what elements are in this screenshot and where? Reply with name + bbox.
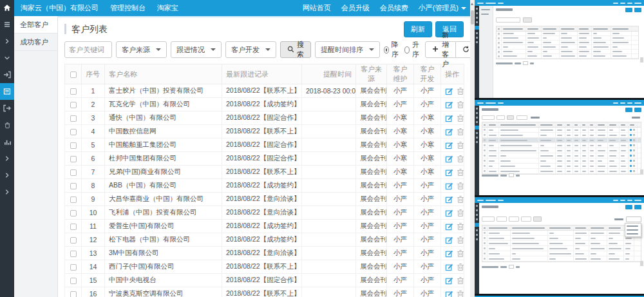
row-checkbox[interactable] <box>70 88 77 95</box>
edit-icon[interactable] <box>445 195 453 204</box>
row-checkbox[interactable] <box>70 142 77 149</box>
sidebar-chevron-right-icon-2[interactable] <box>0 150 14 167</box>
text-bar <box>593 55 605 57</box>
sort-desc-radio[interactable]: 降序 <box>384 40 401 59</box>
row-checkbox[interactable] <box>70 169 77 176</box>
sidebar-sign-out-icon[interactable] <box>0 100 14 117</box>
scrollbar-thumb[interactable] <box>471 10 474 24</box>
col-header-remind[interactable]: 提醒时间 <box>302 64 356 84</box>
sidebar-chart-icon[interactable] <box>0 133 14 150</box>
delete-icon[interactable] <box>457 168 464 177</box>
back-button[interactable]: 返回 <box>435 21 464 37</box>
app-window-preview-1[interactable] <box>475 0 644 98</box>
delete-icon[interactable] <box>457 209 464 217</box>
row-checkbox[interactable] <box>70 102 77 108</box>
edit-icon[interactable] <box>445 101 453 109</box>
sidebar-chevron-down-icon[interactable] <box>0 50 14 66</box>
edit-icon[interactable] <box>445 236 453 244</box>
delete-icon[interactable] <box>457 114 464 122</box>
develop-select[interactable]: 客户开发 <box>225 41 276 58</box>
refresh-button[interactable]: 刷新 <box>404 21 432 37</box>
keyword-input[interactable] <box>64 41 112 58</box>
row-checkbox[interactable] <box>70 224 77 230</box>
app-window-preview-2[interactable] <box>475 100 644 195</box>
text-bar <box>613 3 618 4</box>
sidebar-chevron-right-icon-4[interactable] <box>0 184 14 200</box>
row-index: 4 <box>82 125 105 139</box>
delete-icon[interactable] <box>457 249 464 258</box>
nav-item-site-home[interactable]: 网站首页 <box>303 3 331 13</box>
edit-icon[interactable] <box>445 182 453 190</box>
add-customer-button[interactable]: 新增客户 <box>425 41 456 58</box>
delete-icon[interactable] <box>457 276 464 285</box>
sidebar-menu-icon[interactable] <box>0 16 14 33</box>
home-button[interactable] <box>0 0 14 16</box>
col-header-name[interactable]: 客户名称 <box>105 64 222 84</box>
preview-icon-sidebar <box>475 203 479 294</box>
edit-icon[interactable] <box>445 168 453 177</box>
col-header-source[interactable]: 客户来源 <box>356 64 387 84</box>
vertical-scrollbar[interactable] <box>470 0 475 297</box>
row-checkbox[interactable] <box>70 237 77 244</box>
delete-icon[interactable] <box>457 263 464 271</box>
sidebar-trash-icon[interactable] <box>0 117 14 133</box>
user-menu[interactable]: 小严(管理员) <box>419 3 466 13</box>
delete-icon[interactable] <box>457 290 464 297</box>
row-checkbox[interactable] <box>70 156 77 162</box>
delete-icon[interactable] <box>457 236 464 244</box>
col-header-record[interactable]: 最新跟进记录 <box>222 64 302 84</box>
search-button[interactable]: 搜索 <box>280 41 311 58</box>
sidebar-customer-list-icon[interactable] <box>0 83 14 100</box>
row-checkbox[interactable] <box>70 129 77 135</box>
row-checkbox[interactable] <box>70 264 77 271</box>
edit-icon[interactable] <box>445 249 453 258</box>
text-bar <box>579 46 587 48</box>
row-checkbox[interactable] <box>70 291 77 297</box>
nav-item-member-renew[interactable]: 会员续费 <box>380 3 408 13</box>
text-bar <box>516 175 520 177</box>
source-select[interactable]: 客户来源 <box>116 41 167 58</box>
nav-item-console[interactable]: 管理控制台 <box>110 3 146 13</box>
scroll-up-arrow-icon[interactable] <box>471 3 473 5</box>
row-checkbox[interactable] <box>70 251 77 257</box>
edit-icon[interactable] <box>445 128 453 136</box>
sidebar-chevron-right-icon-3[interactable] <box>0 167 14 184</box>
row-checkbox[interactable] <box>70 183 77 189</box>
delete-icon[interactable] <box>457 128 464 136</box>
delete-icon[interactable] <box>457 141 464 149</box>
sidebar-item-success-customers[interactable]: 成功客户 <box>14 34 57 51</box>
edit-icon[interactable] <box>445 114 453 122</box>
sort-asc-radio[interactable]: 升序 <box>404 40 421 59</box>
edit-icon[interactable] <box>445 155 453 163</box>
nav-item-member-upgrade[interactable]: 会员升级 <box>341 3 370 13</box>
delete-icon[interactable] <box>457 182 464 190</box>
edit-icon[interactable] <box>445 276 453 285</box>
customer-row: 6杜邦中国集团有限公司2018/08/22【固定合作】展会会刊小寒小寒 <box>65 152 464 166</box>
col-header-keeper[interactable]: 客户维护 <box>387 64 414 84</box>
edit-icon[interactable] <box>445 141 453 149</box>
delete-icon[interactable] <box>457 101 464 109</box>
app-window-preview-3[interactable] <box>475 197 644 294</box>
sidebar-sign-in-icon[interactable] <box>0 66 14 83</box>
edit-icon[interactable] <box>445 263 453 271</box>
row-checkbox[interactable] <box>70 115 77 122</box>
delete-icon[interactable] <box>457 87 464 95</box>
sort-select[interactable]: 提醒时间排序 <box>315 41 380 58</box>
edit-icon[interactable] <box>445 290 453 297</box>
row-checkbox[interactable] <box>70 196 77 203</box>
edit-icon[interactable] <box>445 222 453 231</box>
row-checkbox[interactable] <box>70 210 77 216</box>
edit-icon[interactable] <box>445 209 453 217</box>
delete-icon[interactable] <box>457 155 464 163</box>
sidebar-item-all-customers[interactable]: 全部客户 <box>14 16 57 34</box>
delete-icon[interactable] <box>457 222 464 231</box>
sidebar-chevron-right-icon-1[interactable] <box>0 33 14 50</box>
col-header-index[interactable]: 序号 <box>82 64 105 84</box>
row-checkbox[interactable] <box>70 278 77 284</box>
select-all-checkbox[interactable] <box>70 72 77 78</box>
nav-item-taojiabao[interactable]: 淘家宝 <box>157 3 178 13</box>
edit-icon[interactable] <box>445 87 453 95</box>
col-header-developer[interactable]: 客户开发 <box>414 64 441 84</box>
delete-icon[interactable] <box>457 195 464 204</box>
progress-select[interactable]: 跟进情况 <box>171 41 222 58</box>
